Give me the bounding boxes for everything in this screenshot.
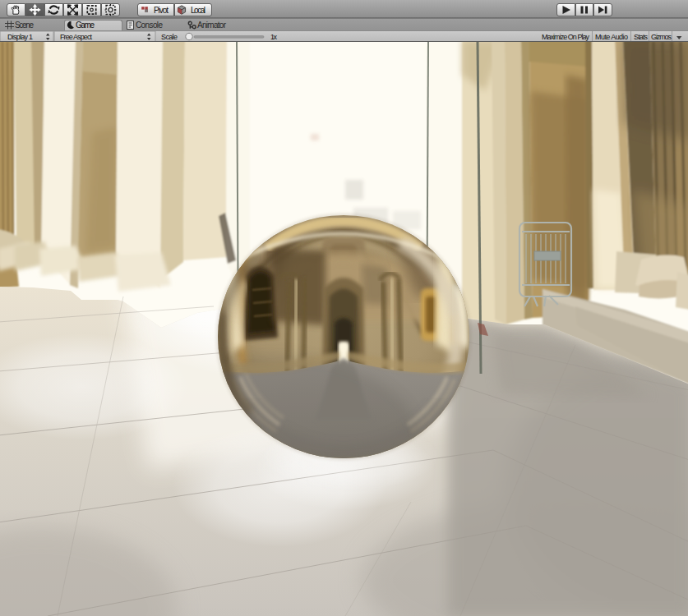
svg-text:Maximize On Play: Maximize On Play: [542, 33, 590, 41]
svg-text:Stats: Stats: [634, 33, 649, 41]
svg-text:Game: Game: [76, 21, 95, 30]
svg-text:Animator: Animator: [197, 21, 227, 30]
svg-text:Scene: Scene: [15, 21, 34, 30]
svg-text:Local: Local: [191, 6, 205, 15]
svg-text:Display 1: Display 1: [7, 33, 33, 41]
svg-text:Scale: Scale: [161, 33, 178, 41]
svg-text:Pivot: Pivot: [154, 6, 169, 15]
svg-text:Free Aspect: Free Aspect: [60, 33, 92, 41]
svg-text:Mute Audio: Mute Audio: [595, 33, 628, 41]
svg-text:1x: 1x: [270, 33, 278, 41]
svg-text:Console: Console: [136, 21, 163, 30]
svg-text:Gizmos: Gizmos: [651, 33, 672, 41]
